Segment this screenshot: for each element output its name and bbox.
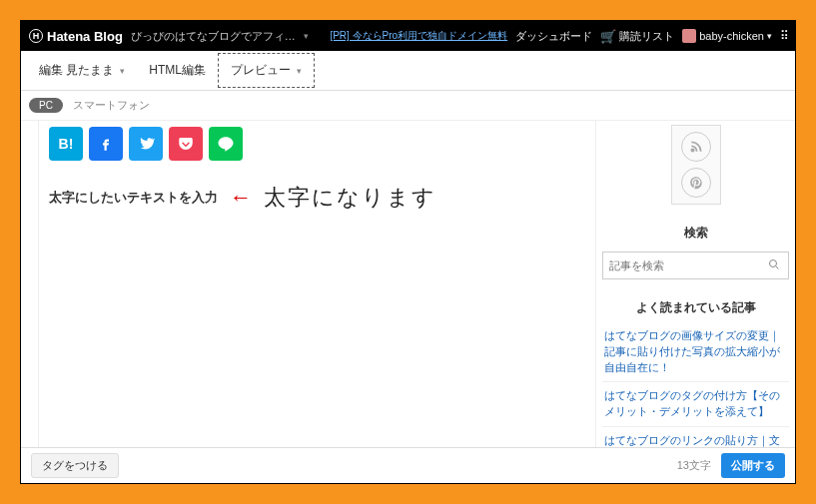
hatena-icon: H [29, 29, 43, 43]
tab-preview[interactable]: プレビュー ▾ [218, 53, 315, 88]
reader-list-label: 購読リスト [619, 29, 674, 44]
blog-name[interactable]: ぴっぴのはてなブログでアフィ… [131, 29, 296, 44]
tab-visual-edit[interactable]: 編集 見たまま ▾ [27, 54, 137, 87]
publish-button[interactable]: 公開する [721, 453, 785, 478]
device-smartphone[interactable]: スマートフォン [73, 98, 150, 113]
user-chevron-icon: ▾ [767, 31, 772, 41]
bold-sample-text: 太字にしたいテキストを入力 [49, 189, 218, 207]
username-label: baby-chicken [699, 30, 764, 42]
chevron-down-icon: ▾ [120, 66, 125, 76]
annotation-arrow: ← [230, 185, 252, 211]
search-section-title: 検索 [602, 219, 789, 248]
tab-visual-label: 編集 見たまま [39, 62, 114, 79]
tab-preview-label: プレビュー [231, 62, 291, 79]
rss-icon[interactable] [681, 132, 711, 162]
svg-point-0 [691, 149, 693, 151]
left-rail [21, 121, 39, 447]
tab-html-label: HTML編集 [149, 62, 206, 79]
share-pocket-button[interactable] [169, 127, 203, 161]
avatar-icon [682, 29, 696, 43]
apps-icon[interactable]: ⠿ [780, 29, 787, 43]
pinterest-icon[interactable] [681, 168, 711, 198]
share-line-button[interactable] [209, 127, 243, 161]
popular-article-link[interactable]: はてなブログの画像サイズの変更｜記事に貼り付けた写真の拡大縮小が自由自在に！ [602, 322, 789, 382]
promo-link[interactable]: [PR] 今ならPro利用で独自ドメイン無料 [330, 29, 507, 43]
search-input[interactable] [603, 259, 760, 271]
reader-list-link[interactable]: 🛒 購読リスト [600, 29, 674, 44]
popular-article-link[interactable]: はてなブログのタグの付け方【そのメリット・デメリットを添えて】 [602, 382, 789, 427]
user-menu[interactable]: baby-chicken ▾ [682, 29, 772, 43]
char-count: 13文字 [677, 458, 711, 473]
annotation-caption: 太字になります [264, 183, 436, 213]
brand-logo[interactable]: H Hatena Blog [29, 29, 123, 44]
facebook-icon [97, 135, 115, 153]
blogname-chevron-icon[interactable]: ▾ [304, 31, 309, 41]
svg-point-1 [770, 260, 777, 267]
twitter-icon [137, 135, 155, 153]
brand-text: Hatena Blog [47, 29, 123, 44]
pocket-icon [177, 135, 195, 153]
popular-section-title: よく読まれている記事 [602, 293, 789, 322]
share-hatena-button[interactable]: B! [49, 127, 83, 161]
popular-article-link[interactable]: はてなブログのリンクの貼り方｜文字や画像の埋め込みまでまるっと解説！ [602, 427, 789, 447]
line-icon [217, 135, 235, 153]
chevron-down-icon: ▾ [297, 66, 302, 76]
device-pc[interactable]: PC [29, 98, 63, 113]
search-box[interactable] [602, 252, 789, 279]
svg-line-2 [776, 266, 779, 269]
cart-icon: 🛒 [600, 29, 616, 44]
tab-html-edit[interactable]: HTML編集 [137, 54, 218, 87]
share-twitter-button[interactable] [129, 127, 163, 161]
add-tag-button[interactable]: タグをつける [31, 453, 119, 478]
share-facebook-button[interactable] [89, 127, 123, 161]
search-icon[interactable] [760, 258, 788, 272]
dashboard-link[interactable]: ダッシュボード [515, 29, 592, 44]
